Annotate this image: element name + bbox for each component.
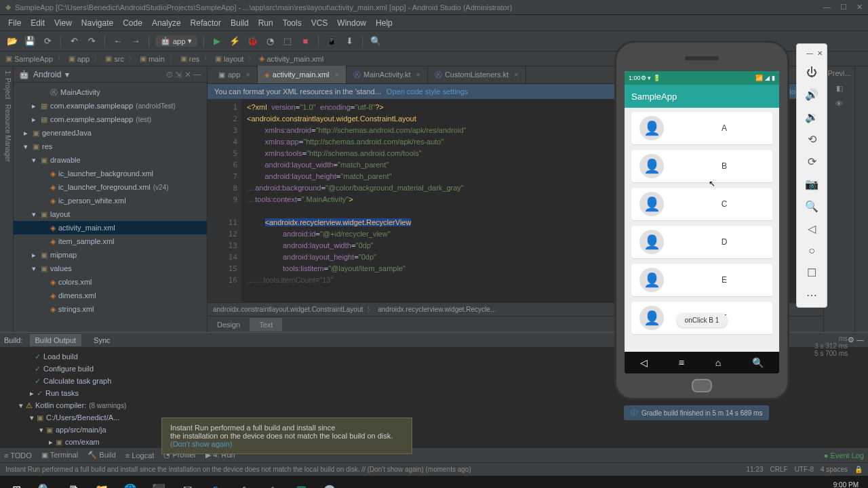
line-ending[interactable]: CRLF [770, 466, 788, 473]
open-icon[interactable]: 📂 [5, 35, 19, 48]
eye-icon[interactable]: 👁 [835, 100, 843, 108]
crumb[interactable]: ▣app [68, 54, 90, 63]
crumb[interactable]: ▣res [180, 54, 199, 63]
back-nav-icon[interactable]: ◁ [640, 357, 648, 368]
menu-nav-icon[interactable]: ≡ [679, 357, 684, 368]
build-row[interactable]: ✓ Calculate task graph [3, 375, 214, 387]
crumb[interactable]: ▣SampleApp [5, 54, 53, 63]
apply-changes-icon[interactable]: ⚡ [228, 35, 241, 48]
chrome-icon[interactable]: 🌐 [117, 479, 144, 488]
tree-row[interactable]: ▾▣ layout [14, 207, 207, 221]
build-tab[interactable]: 🔨 Build [87, 451, 116, 460]
forward-icon[interactable]: → [129, 35, 142, 48]
tree-row[interactable]: ◈ strings.xml [14, 302, 207, 316]
profiler-icon[interactable]: ◔ [263, 35, 277, 48]
list-item[interactable]: 👤C [631, 188, 772, 220]
collapse-icon[interactable]: ⊙ ⇲ ✕ — [166, 70, 201, 79]
tree-row[interactable]: Ⓚ MainActivity [14, 85, 207, 99]
start-button[interactable]: ⊞ [3, 479, 30, 488]
minimize-icon[interactable]: — [823, 3, 831, 12]
editor-tab[interactable]: ▣ app × [212, 66, 258, 83]
rotate-right-icon[interactable]: ⟳ [808, 155, 816, 168]
build-output-tab[interactable]: Build Output [30, 334, 82, 346]
home-emulator-icon[interactable]: ○ [808, 245, 815, 257]
build-row[interactable]: ✓ Load build [3, 350, 214, 363]
attach-icon[interactable]: ⬚ [281, 35, 294, 48]
breadcrumb-item[interactable]: androidx.recyclerview.widget.Recycle... [378, 306, 496, 313]
crumb[interactable]: ▣main [140, 54, 165, 63]
tree-row[interactable]: ◈ dimens.xml [14, 289, 207, 302]
menu-run[interactable]: Run [258, 18, 273, 28]
project-view-selector[interactable]: 🤖Android ▾⊙ ⇲ ✕ — [14, 66, 207, 83]
tree-row[interactable]: ◈ ic_launcher_background.xml [14, 167, 207, 180]
preview-label[interactable]: Previ... [827, 69, 850, 77]
list-item[interactable]: 👤E [631, 264, 772, 296]
left-tool-strip[interactable]: 1: ProjectResource Manager [0, 66, 14, 332]
obs-icon[interactable]: ⬤ [316, 479, 343, 488]
menu-help[interactable]: Help [376, 18, 393, 28]
crumb-file[interactable]: ◈activity_main.xml [259, 54, 323, 63]
menu-vcs[interactable]: VCS [311, 18, 328, 28]
build-row[interactable]: ▸✓ Run tasks [3, 387, 214, 399]
taskview-icon[interactable]: ⧉ [60, 479, 87, 488]
editor-tab[interactable]: Ⓚ MainActivity.kt × [347, 66, 428, 83]
build-row[interactable]: ✓ Configure build [3, 363, 214, 375]
text-tab[interactable]: Text [250, 318, 282, 331]
search-taskbar-icon[interactable]: 🔍 [31, 479, 58, 488]
todo-tab[interactable]: ≡ TODO [4, 451, 32, 460]
dropbox-icon[interactable]: ◈ [231, 479, 258, 488]
edge-icon[interactable]: e [202, 479, 229, 488]
stop-icon[interactable]: ■ [298, 35, 312, 48]
sync-icon[interactable]: ⟳ [41, 35, 54, 48]
dont-show-again-link[interactable]: (Don't show again) [170, 440, 232, 447]
run-config-selector[interactable]: 🤖app ▾ [155, 35, 197, 47]
menu-view[interactable]: View [54, 18, 72, 28]
indent[interactable]: 4 spaces [821, 466, 848, 473]
power-icon[interactable]: ⏻ [806, 66, 817, 79]
tree-row[interactable]: ▸▦ com.example.sampleapp (test) [14, 113, 207, 126]
tree-row[interactable]: ▾▣ values [14, 262, 207, 275]
palette-icon[interactable]: ◧ [836, 84, 843, 93]
design-tab[interactable]: Design [208, 318, 250, 331]
explorer-icon[interactable]: 📁 [88, 479, 115, 488]
close-emulator-icon[interactable]: ✕ [817, 49, 823, 57]
rotate-left-icon[interactable]: ⟲ [808, 133, 816, 146]
back-icon[interactable]: ← [111, 35, 125, 48]
hardware-home-button[interactable] [692, 379, 712, 392]
tree-row[interactable]: ◈ ic_person_white.xml [14, 194, 207, 207]
search-icon[interactable]: 🔍 [369, 35, 382, 48]
back-emulator-icon[interactable]: ◁ [808, 222, 816, 235]
menu-code[interactable]: Code [123, 18, 142, 28]
event-log-tab[interactable]: ● Event Log [824, 451, 864, 460]
menu-file[interactable]: File [8, 18, 21, 28]
recycler-list[interactable]: 👤A👤B👤C👤D👤E👤FonClick B 1 [625, 108, 779, 352]
avd-icon[interactable]: 📱 [325, 35, 338, 48]
open-code-style-link[interactable]: Open code style settings [387, 87, 468, 96]
tree-row[interactable]: ◈ colors.xml [14, 275, 207, 289]
menu-navigate[interactable]: Navigate [81, 18, 113, 28]
list-item[interactable]: 👤B [631, 150, 772, 182]
close-icon[interactable]: ✕ [856, 3, 863, 12]
sync-tab[interactable]: Sync [88, 334, 115, 346]
screenshot-icon[interactable]: 📷 [805, 178, 818, 190]
menu-analyze[interactable]: Analyze [152, 18, 181, 28]
tree-row[interactable]: ▸▦ com.example.sampleapp (androidTest) [14, 99, 207, 113]
emulator-taskbar-icon[interactable]: ▦ [288, 479, 315, 488]
tree-row[interactable]: ◈ ic_launcher_foreground.xml (v24) [14, 180, 207, 194]
volume-down-icon[interactable]: 🔉 [805, 110, 818, 123]
zoom-icon[interactable]: 🔍 [805, 200, 818, 213]
crumb[interactable]: ▣layout [215, 54, 243, 63]
emulator-screen[interactable]: 1:00 ⚙ ▾ 🔋 📶◢▮ SampleApp 👤A👤B👤C👤D👤E👤FonC… [625, 71, 779, 373]
terminal-tab[interactable]: ▣ Terminal [41, 451, 78, 460]
tree-row[interactable]: ▸▣ mipmap [14, 248, 207, 262]
maximize-icon[interactable]: ☐ [840, 3, 847, 12]
search-nav-icon[interactable]: 🔍 [752, 357, 764, 368]
tree-row[interactable]: ▸▣ generatedJava [14, 126, 207, 140]
build-row[interactable]: ▾⚠ Kotlin compiler: (8 warnings) [3, 399, 214, 411]
list-item[interactable]: 👤A [631, 112, 772, 144]
tree-row[interactable]: ▾▣ res [14, 140, 207, 153]
list-item[interactable]: 👤D [631, 226, 772, 258]
menu-edit[interactable]: Edit [31, 18, 45, 28]
tree-row[interactable]: ◈ activity_main.xml [14, 221, 207, 235]
volume-up-icon[interactable]: 🔊 [805, 88, 818, 101]
